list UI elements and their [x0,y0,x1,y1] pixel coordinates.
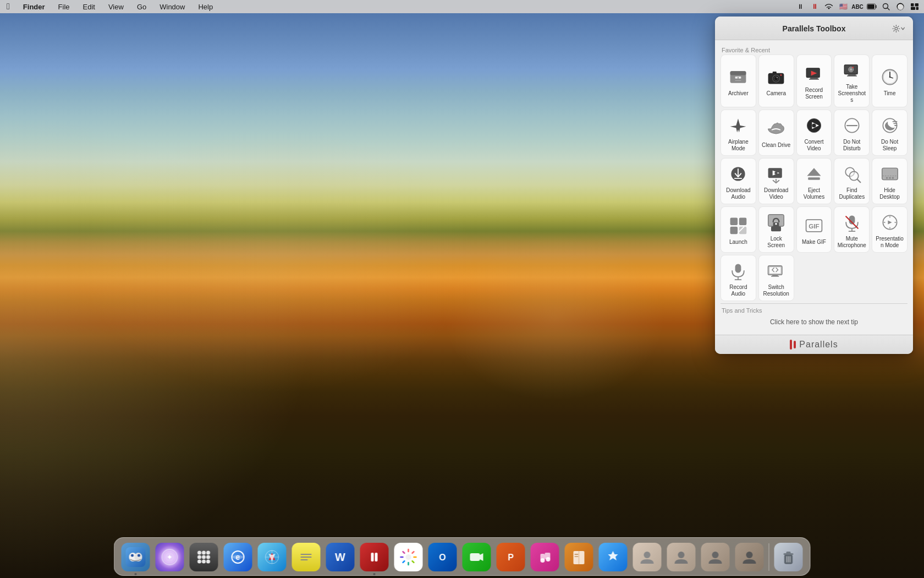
do-not-disturb-icon [841,114,863,137]
dock-item-appstore[interactable] [597,541,629,573]
tool-do-not-sleep[interactable]: Do Not Sleep [872,110,908,156]
dock-item-contacts-1[interactable] [631,541,663,573]
battery-icon[interactable] [867,3,877,10]
eject-volumes-label: Eject Volumes [799,187,829,200]
menubar:  Finder File Edit View Go Window Help ⏸… [0,0,924,13]
tool-archiver[interactable]: Archiver [721,54,756,107]
tool-presentation-mode[interactable]: Presentation Mode [872,206,908,253]
svg-rect-8 [915,3,919,7]
dock-item-parallels[interactable] [359,541,391,573]
menu-view[interactable]: View [106,3,126,11]
presentation-mode-icon [879,211,901,233]
svg-point-21 [777,77,778,78]
tool-lock-screen[interactable]: Lock Screen [758,206,794,253]
tool-camera[interactable]: Camera [758,54,794,107]
menu-finder[interactable]: Finder [21,3,47,11]
presentation-mode-label: Presentation Mode [875,236,905,249]
svg-rect-124 [371,553,374,561]
dock-item-powerpoint[interactable]: P [495,541,527,573]
dock-item-contacts-2[interactable] [666,541,697,573]
svg-point-109 [206,555,210,559]
dock-item-ie[interactable]: e [222,541,254,573]
dock-item-itunes[interactable] [529,541,561,573]
svg-rect-145 [787,552,791,554]
menu-file[interactable]: File [56,3,72,11]
svg-rect-7 [911,3,914,7]
svg-rect-22 [773,72,777,74]
tool-convert-video[interactable]: Convert Video [796,110,832,156]
svg-rect-10 [916,7,919,10]
flag-icon[interactable]: 🇺🇸 [838,3,848,10]
tool-download-video[interactable]: Download Video [758,158,794,204]
tool-take-screenshots[interactable]: Take Screenshots [834,54,870,107]
tool-switch-resolution[interactable]: Switch Resolution [758,255,794,301]
svg-point-111 [202,560,206,564]
switch-resolution-label: Switch Resolution [761,284,791,297]
dock-dot-finder [135,573,137,575]
record-audio-label: Record Audio [723,284,754,297]
apple-menu[interactable]:  [4,2,12,12]
parallels-menubar-icon[interactable]: ⏸ [810,3,820,10]
control-center-icon[interactable] [910,3,920,10]
wifi-icon[interactable] [824,3,834,10]
search-icon[interactable] [881,3,891,10]
svg-point-35 [852,67,854,68]
dock-item-facetime[interactable] [461,541,493,573]
dock-item-trash[interactable] [773,541,805,573]
dock-item-safari[interactable] [256,541,288,573]
menu-go[interactable]: Go [135,3,148,11]
safari-dock-icon [258,543,287,571]
svg-rect-71 [739,218,747,226]
tool-make-gif[interactable]: GIF Make GIF [796,206,832,253]
dock-item-ibooks[interactable] [563,541,595,573]
tools-row-1: Archiver Camera [721,54,908,107]
svg-rect-134 [541,554,545,560]
svg-rect-89 [735,264,741,272]
toolbox-settings-button[interactable] [892,22,905,35]
tool-hide-desktop[interactable]: Hide Desktop [872,158,908,204]
eject-icon [803,163,825,185]
svg-point-108 [202,555,206,559]
dock-item-contacts-4[interactable] [734,541,766,573]
pause-icon[interactable]: ⏸ [795,3,805,10]
dock-item-finder[interactable] [120,541,152,573]
menu-window[interactable]: Window [157,3,187,11]
siri-menubar-icon[interactable]: ⚪ [895,3,905,10]
toolbox-body: Favorite & Recent Archiver [715,40,913,335]
toolbox-title: Parallels Toolbox [736,24,892,33]
svg-point-110 [197,560,201,564]
tool-find-duplicates[interactable]: Find Duplicates [834,158,870,204]
download-audio-icon [727,163,749,185]
time-icon [879,66,901,88]
dock-item-launchpad[interactable] [188,541,220,573]
tool-launch[interactable]: Launch [721,206,756,253]
dock-item-photos[interactable] [393,541,425,573]
dock-item-contacts-3[interactable] [700,541,732,573]
powerpoint-dock-icon: P [497,543,525,571]
tool-mute-microphone[interactable]: Mute Microphone [834,206,870,253]
tool-time[interactable]: Time [872,54,908,107]
menu-help[interactable]: Help [196,3,215,11]
tips-link[interactable]: Click here to show the next tip [721,315,908,330]
tool-airplane-mode[interactable]: Airplane Mode [721,110,756,156]
svg-rect-2 [867,4,875,9]
tool-download-audio[interactable]: Download Audio [721,158,756,204]
download-audio-label: Download Audio [723,187,754,200]
dock-item-outlook[interactable]: O [427,541,459,573]
svg-rect-1 [876,5,877,8]
tool-record-audio[interactable]: Record Audio [721,255,756,301]
menu-edit[interactable]: Edit [81,3,97,11]
svg-text:GIF: GIF [809,222,819,230]
keyboard-layout-icon[interactable]: ABC [853,3,862,10]
tool-clean-drive[interactable]: Clean Drive [758,110,794,156]
tool-eject-volumes[interactable]: Eject Volumes [796,158,832,204]
tool-record-screen[interactable]: Record Screen [796,54,832,107]
do-not-sleep-icon [879,114,901,137]
itunes-dock-icon [531,543,559,571]
tool-do-not-disturb[interactable]: Do Not Disturb [834,110,870,156]
dock-item-notes[interactable] [290,541,322,573]
contacts-4-dock-icon [735,543,764,571]
dock-item-word[interactable]: W [324,541,356,573]
airplane-label: Airplane Mode [723,139,754,152]
dock-item-siri[interactable]: ✦ [154,541,186,573]
